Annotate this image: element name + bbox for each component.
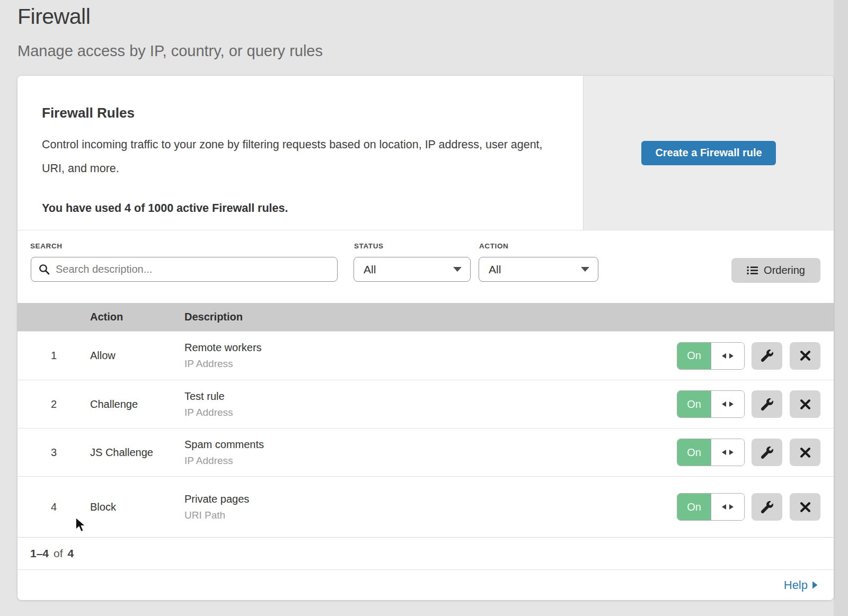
pagination-total: 4 [68, 547, 74, 560]
create-rule-panel: Create a Firewall rule [583, 76, 834, 230]
rule-enabled-toggle[interactable]: On [677, 439, 745, 466]
rule-field: URI Path [184, 510, 677, 521]
rule-enabled-toggle[interactable]: On [677, 342, 745, 370]
rule-priority: 1 [17, 350, 90, 362]
rule-description-cell: Private pages URI Path [184, 493, 677, 521]
status-selected-value: All [364, 263, 376, 276]
toggle-on-label[interactable]: On [677, 343, 711, 369]
rule-description: Remote workers [184, 342, 677, 354]
toggle-on-label[interactable]: On [677, 439, 711, 466]
help-link[interactable]: Help [784, 578, 818, 592]
rule-enabled-toggle[interactable]: On [677, 390, 745, 418]
intro-section: Firewall Rules Control incoming traffic … [17, 76, 834, 230]
caret-down-icon [581, 267, 589, 272]
table-row: 3 JS Challenge Spam comments IP Address … [17, 428, 834, 476]
section-heading: Firewall Rules [42, 105, 551, 121]
rule-description-cell: Test rule IP Address [184, 390, 677, 418]
wrench-icon [761, 447, 773, 459]
edit-rule-button[interactable] [752, 493, 782, 521]
close-icon [800, 502, 811, 513]
section-description: Control incoming traffic to your zone by… [42, 133, 551, 181]
intro-text-panel: Firewall Rules Control incoming traffic … [17, 76, 583, 230]
filters-bar: SEARCH STATUS All ACTION All Ordering [17, 230, 834, 303]
rule-priority: 2 [17, 398, 90, 410]
toggle-arrows-icon[interactable] [711, 439, 744, 466]
rule-description: Test rule [184, 390, 677, 403]
rule-action: Challenge [90, 398, 184, 410]
rule-field: IP Address [184, 407, 677, 418]
page-subtitle: Manage access by IP, country, or query r… [17, 42, 323, 60]
search-input-wrapper[interactable] [31, 257, 338, 282]
action-selected-value: All [489, 263, 501, 276]
caret-down-icon [453, 267, 462, 272]
toggle-arrows-icon[interactable] [711, 494, 744, 520]
ordering-button[interactable]: Ordering [731, 258, 820, 283]
action-label: ACTION [479, 242, 508, 250]
pagination-range: 1–4 [30, 547, 49, 560]
table-row: 4 Block Private pages URI Path On [17, 476, 834, 537]
wrench-icon [761, 501, 773, 513]
rule-controls: On [677, 390, 834, 418]
wrench-icon [761, 350, 773, 362]
rule-controls: On [677, 493, 834, 521]
edit-rule-button[interactable] [752, 390, 782, 418]
rule-description-cell: Remote workers IP Address [184, 342, 677, 370]
page-background-strip [834, 0, 848, 616]
table-row: 2 Challenge Test rule IP Address On [17, 380, 834, 428]
help-link-label: Help [784, 578, 808, 592]
delete-rule-button[interactable] [790, 493, 820, 521]
page-title: Firewall [17, 4, 90, 29]
toggle-arrows-icon[interactable] [711, 391, 744, 417]
delete-rule-button[interactable] [790, 390, 820, 418]
card-footer: Help [17, 569, 834, 600]
rule-action: JS Challenge [90, 447, 184, 459]
rule-action: Block [90, 501, 184, 513]
pagination-of: of [54, 547, 63, 560]
ordering-button-label: Ordering [764, 264, 805, 276]
wrench-icon [761, 398, 773, 410]
edit-rule-button[interactable] [752, 342, 782, 370]
status-label: STATUS [354, 242, 384, 250]
column-header-action: Action [90, 311, 184, 323]
table-header: Action Description [17, 303, 834, 331]
rule-controls: On [677, 439, 834, 466]
rule-description: Private pages [184, 493, 677, 505]
close-icon [800, 350, 811, 361]
ordered-list-icon [747, 266, 758, 275]
create-firewall-rule-button[interactable]: Create a Firewall rule [641, 141, 775, 165]
pagination: 1–4 of 4 [17, 537, 834, 569]
rule-priority: 3 [17, 447, 90, 459]
rule-controls: On [677, 342, 834, 370]
table-row: 1 Allow Remote workers IP Address On [17, 331, 834, 380]
rule-enabled-toggle[interactable]: On [677, 493, 745, 521]
toggle-on-label[interactable]: On [677, 391, 711, 417]
search-label: SEARCH [30, 242, 63, 250]
rule-priority: 4 [17, 501, 90, 513]
status-select[interactable]: All [354, 257, 471, 282]
firewall-rules-card: Firewall Rules Control incoming traffic … [17, 76, 834, 600]
edit-rule-button[interactable] [752, 439, 782, 466]
search-input[interactable] [56, 263, 330, 275]
search-icon [39, 264, 50, 275]
action-select[interactable]: All [479, 257, 598, 282]
toggle-arrows-icon[interactable] [711, 343, 744, 369]
close-icon [800, 399, 811, 410]
rule-action: Allow [90, 350, 184, 362]
rule-field: IP Address [184, 455, 677, 467]
rule-description-cell: Spam comments IP Address [184, 439, 677, 467]
delete-rule-button[interactable] [790, 439, 820, 466]
toggle-on-label[interactable]: On [677, 494, 711, 520]
close-icon [800, 447, 811, 458]
rule-description: Spam comments [184, 439, 677, 451]
column-header-description: Description [184, 311, 677, 323]
delete-rule-button[interactable] [790, 342, 820, 370]
rule-field: IP Address [184, 358, 677, 370]
usage-summary: You have used 4 of 1000 active Firewall … [42, 202, 551, 215]
chevron-right-icon [812, 581, 818, 589]
